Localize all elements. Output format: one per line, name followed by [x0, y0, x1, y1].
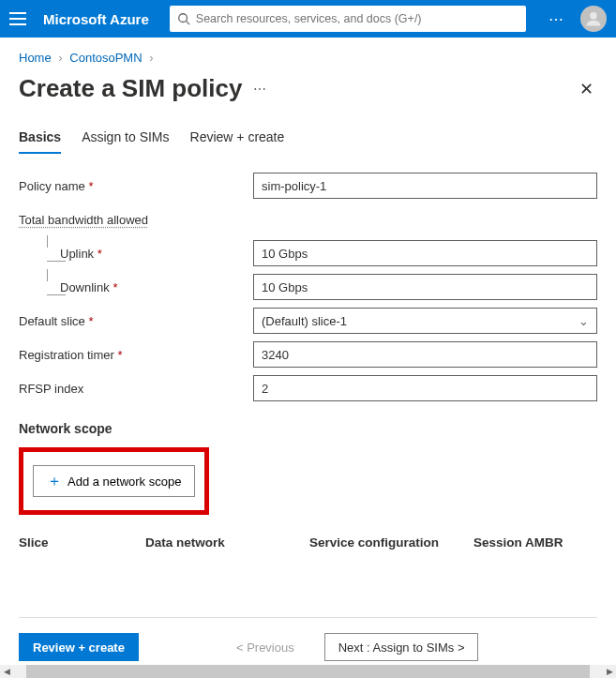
add-network-scope-label: Add a network scope [68, 475, 181, 489]
row-uplink: Uplink [19, 239, 597, 267]
chevron-down-icon: ⌄ [578, 314, 589, 328]
default-slice-select[interactable]: (Default) slice-1 ⌄ [253, 308, 597, 334]
close-icon[interactable]: ✕ [579, 79, 593, 99]
avatar[interactable] [580, 6, 607, 32]
footer: Review + create < Previous Next : Assign… [0, 633, 616, 661]
search-input[interactable] [196, 12, 518, 25]
row-default-slice: Default slice (Default) slice-1 ⌄ [19, 307, 597, 335]
menu-icon[interactable] [9, 12, 26, 25]
horizontal-scrollbar[interactable]: ◀ ▶ [0, 665, 616, 678]
registration-timer-label: Registration timer [19, 348, 253, 362]
next-button[interactable]: Next : Assign to SIMs > [324, 633, 479, 661]
svg-point-2 [590, 12, 597, 20]
review-create-button[interactable]: Review + create [19, 633, 139, 661]
tab-basics[interactable]: Basics [19, 124, 61, 154]
network-scope-table-header: Slice Data network Service configuration… [19, 535, 597, 550]
breadcrumb-parent[interactable]: ContosoPMN [69, 51, 142, 65]
tabs: Basics Assign to SIMs Review + create [0, 124, 616, 155]
highlight-box: ＋ Add a network scope [19, 447, 209, 515]
scroll-left-icon[interactable]: ◀ [0, 667, 13, 676]
tab-review-create[interactable]: Review + create [190, 124, 285, 154]
form: Policy name Total bandwidth allowed Upli… [0, 172, 616, 550]
total-bandwidth-label: Total bandwidth allowed [19, 213, 253, 227]
policy-name-label: Policy name [19, 179, 253, 193]
page-title: Create a SIM policy [19, 74, 242, 103]
uplink-input[interactable] [253, 240, 597, 266]
title-more-icon[interactable]: ⋯ [253, 82, 268, 97]
topbar: Microsoft Azure ⋯ [0, 0, 616, 38]
svg-point-0 [179, 14, 188, 23]
registration-timer-input[interactable] [253, 341, 597, 368]
tree-connector-icon [39, 280, 58, 294]
svg-line-1 [186, 22, 189, 25]
default-slice-label: Default slice [19, 314, 253, 328]
policy-name-input[interactable] [253, 173, 597, 199]
col-slice: Slice [19, 535, 145, 550]
brand-title: Microsoft Azure [43, 11, 149, 27]
chevron-right-icon: › [58, 51, 62, 65]
tab-assign-to-sims[interactable]: Assign to SIMs [82, 124, 169, 154]
downlink-input[interactable] [253, 274, 597, 300]
scroll-right-icon[interactable]: ▶ [603, 667, 616, 676]
more-icon[interactable]: ⋯ [548, 10, 565, 28]
downlink-label: Downlink [19, 280, 253, 294]
tree-connector-icon [39, 247, 58, 261]
person-icon [584, 9, 603, 28]
plus-icon: ＋ [47, 472, 62, 491]
scroll-thumb[interactable] [26, 665, 590, 678]
previous-button[interactable]: < Previous [223, 633, 308, 661]
col-session-ambr: Session AMBR [473, 535, 597, 550]
network-scope-heading: Network scope [19, 421, 597, 436]
title-bar: Create a SIM policy ⋯ ✕ [0, 70, 616, 124]
col-service-config: Service configuration [309, 535, 473, 550]
rfsp-index-input[interactable] [253, 375, 597, 401]
chevron-right-icon: › [149, 51, 153, 65]
breadcrumb-home[interactable]: Home [19, 51, 52, 65]
add-network-scope-button[interactable]: ＋ Add a network scope [33, 465, 195, 497]
search-box[interactable] [170, 6, 526, 32]
default-slice-value: (Default) slice-1 [262, 314, 347, 328]
row-registration-timer: Registration timer [19, 340, 597, 369]
rfsp-index-label: RFSP index [19, 382, 253, 396]
row-total-bandwidth: Total bandwidth allowed [19, 205, 597, 234]
row-rfsp-index: RFSP index [19, 374, 597, 402]
search-icon [177, 12, 190, 25]
uplink-label: Uplink [19, 247, 253, 261]
row-policy-name: Policy name [19, 172, 597, 200]
col-data-network: Data network [145, 535, 309, 550]
row-downlink: Downlink [19, 273, 597, 301]
divider [19, 617, 597, 618]
breadcrumb: Home › ContosoPMN › [0, 38, 616, 70]
